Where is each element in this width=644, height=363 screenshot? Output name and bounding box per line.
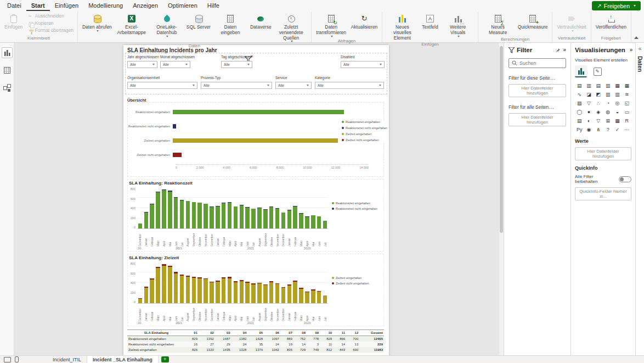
bar[interactable] bbox=[263, 262, 267, 303]
bar[interactable] bbox=[168, 262, 172, 303]
bar[interactable] bbox=[245, 262, 249, 303]
pie-chart-icon[interactable]: ◔ bbox=[603, 99, 612, 107]
more-options-icon[interactable]: … bbox=[549, 104, 554, 110]
excel-arbeitsmappe-button[interactable]: Excel-Arbeitsmappe bbox=[115, 13, 149, 36]
sql-server-button[interactable]: SQL Server bbox=[185, 13, 212, 30]
key-influencers-icon[interactable]: ◉ bbox=[584, 125, 593, 133]
menu-tab-optimieren[interactable]: Optimieren bbox=[163, 1, 202, 11]
card-icon[interactable]: ▭ bbox=[623, 108, 631, 116]
bar[interactable] bbox=[281, 187, 285, 228]
bar[interactable] bbox=[317, 187, 321, 228]
waterfall-chart-icon[interactable]: ▧ bbox=[575, 99, 584, 107]
clustered-column-chart-icon[interactable]: ▥ bbox=[603, 81, 612, 90]
menu-tab-datei[interactable]: Datei bbox=[2, 1, 26, 11]
bar[interactable] bbox=[305, 187, 309, 228]
onelake-datenhub-button[interactable]: OneLake-Datenhub bbox=[150, 13, 184, 37]
bar[interactable] bbox=[173, 124, 176, 129]
bar[interactable] bbox=[234, 262, 238, 303]
collapse-filter-pane-icon[interactable]: » bbox=[563, 47, 566, 53]
table-view-button[interactable] bbox=[2, 65, 13, 76]
r-script-icon[interactable]: R bbox=[623, 116, 631, 125]
bar[interactable] bbox=[162, 187, 166, 228]
line-and-stacked-column-chart-icon[interactable]: ▥ bbox=[603, 90, 612, 98]
menu-tab-start[interactable]: Start bbox=[26, 1, 50, 11]
canvas-scrollbar[interactable] bbox=[499, 43, 504, 355]
bar[interactable] bbox=[150, 262, 154, 303]
bar[interactable] bbox=[197, 262, 201, 303]
stacked-column-chart-icon[interactable]: ▥ bbox=[584, 81, 593, 90]
kopieren-button[interactable]: Kopieren bbox=[26, 20, 75, 27]
bar[interactable] bbox=[275, 187, 279, 228]
treemap-icon[interactable]: ◱ bbox=[623, 99, 631, 107]
values-dropzone[interactable]: Hier Datenfelder hinzufügen bbox=[575, 147, 631, 160]
bar[interactable] bbox=[144, 187, 148, 228]
python-icon[interactable]: Py bbox=[575, 125, 584, 133]
slicer-dropdown-prozess-typ[interactable]: Alle bbox=[201, 82, 272, 89]
stacked-area-chart-icon[interactable]: ◩ bbox=[594, 90, 603, 98]
bar[interactable] bbox=[228, 187, 231, 228]
bar[interactable] bbox=[293, 262, 297, 303]
bar[interactable] bbox=[156, 262, 160, 303]
daten-abrufen-button[interactable]: Daten abrufen bbox=[81, 13, 114, 32]
slicer-dropdown-jahr-abgeschlossen[interactable]: Alle bbox=[127, 61, 157, 68]
filled-map-icon[interactable]: ● bbox=[584, 108, 593, 116]
keep-filters-toggle[interactable] bbox=[619, 176, 631, 182]
bar[interactable] bbox=[269, 262, 273, 303]
bar[interactable] bbox=[287, 187, 291, 228]
scrollbar-thumb[interactable] bbox=[500, 46, 503, 233]
bar[interactable] bbox=[317, 262, 321, 303]
report-canvas[interactable]: SLA Einhaltung Incidents pro Jahr ✕ Über… bbox=[14, 43, 499, 355]
scatter-chart-icon[interactable]: ∴ bbox=[594, 99, 603, 107]
bar[interactable] bbox=[240, 187, 244, 228]
stacked-bar-chart-icon[interactable]: ▤ bbox=[575, 81, 584, 90]
bar[interactable] bbox=[174, 262, 178, 303]
bar[interactable] bbox=[222, 187, 225, 228]
bar[interactable] bbox=[251, 187, 255, 228]
more-options-icon[interactable]: ⋯ bbox=[623, 125, 631, 133]
bar[interactable] bbox=[174, 187, 178, 228]
bar[interactable] bbox=[144, 262, 148, 303]
bar[interactable] bbox=[323, 262, 327, 303]
bar[interactable] bbox=[257, 262, 261, 303]
100-stacked-column-chart-icon[interactable]: ▦ bbox=[623, 81, 631, 90]
page-filters-dropzone[interactable]: Hier Datenfelder hinzufügen bbox=[509, 84, 566, 97]
bar[interactable] bbox=[173, 153, 182, 157]
bar[interactable] bbox=[197, 187, 201, 228]
bar[interactable] bbox=[251, 262, 255, 303]
slicer-dropdown-tag-abgeschlossen[interactable]: Alle bbox=[221, 61, 252, 68]
bar[interactable] bbox=[323, 187, 327, 228]
quickmeasure-button[interactable]: Quickmeasure bbox=[516, 13, 550, 30]
bar[interactable] bbox=[299, 187, 303, 228]
more-options-icon[interactable]: … bbox=[550, 75, 556, 81]
zuletzt-verwendete-quellen-button[interactable]: Zuletzt verwendete Quellen bbox=[274, 13, 308, 42]
slicer-dropdown-disabled[interactable]: Alle bbox=[341, 61, 385, 68]
bar[interactable] bbox=[311, 262, 315, 303]
bar[interactable] bbox=[281, 262, 285, 303]
bar[interactable] bbox=[150, 187, 154, 228]
bar[interactable] bbox=[180, 187, 184, 228]
bar[interactable] bbox=[234, 187, 238, 228]
line-chart-icon[interactable]: ∿ bbox=[575, 90, 584, 98]
bar[interactable] bbox=[168, 187, 172, 228]
bar[interactable] bbox=[293, 187, 297, 228]
bar[interactable] bbox=[269, 187, 273, 228]
bar[interactable] bbox=[222, 262, 225, 303]
bar[interactable] bbox=[245, 187, 249, 228]
line-and-clustered-column-chart-icon[interactable]: ▥ bbox=[613, 90, 622, 98]
vertraulichkeit-button[interactable]: Vertraulichkeit bbox=[555, 13, 587, 32]
bar[interactable] bbox=[257, 187, 261, 228]
format-bertragen-button[interactable]: Format übertragen bbox=[26, 27, 75, 34]
azure-map-icon[interactable]: ◍ bbox=[603, 108, 612, 116]
bar[interactable] bbox=[210, 187, 213, 228]
clustered-bar-chart-icon[interactable]: ▤ bbox=[594, 81, 603, 90]
neues-visuelles-element-button[interactable]: Neues visuelles Element bbox=[385, 13, 419, 41]
bar[interactable] bbox=[210, 262, 213, 303]
model-view-button[interactable] bbox=[2, 82, 13, 93]
bar[interactable] bbox=[186, 262, 190, 303]
daten-transformieren-button[interactable]: Daten transformieren bbox=[314, 13, 348, 37]
ribbon-chart-icon[interactable]: ≋ bbox=[623, 90, 631, 98]
neues-measure-button[interactable]: Neues Measure bbox=[481, 13, 515, 36]
bar[interactable] bbox=[173, 138, 338, 143]
qna-icon[interactable]: ? bbox=[603, 125, 612, 133]
slicer-dropdown-kategorie[interactable]: Alle bbox=[315, 82, 384, 89]
